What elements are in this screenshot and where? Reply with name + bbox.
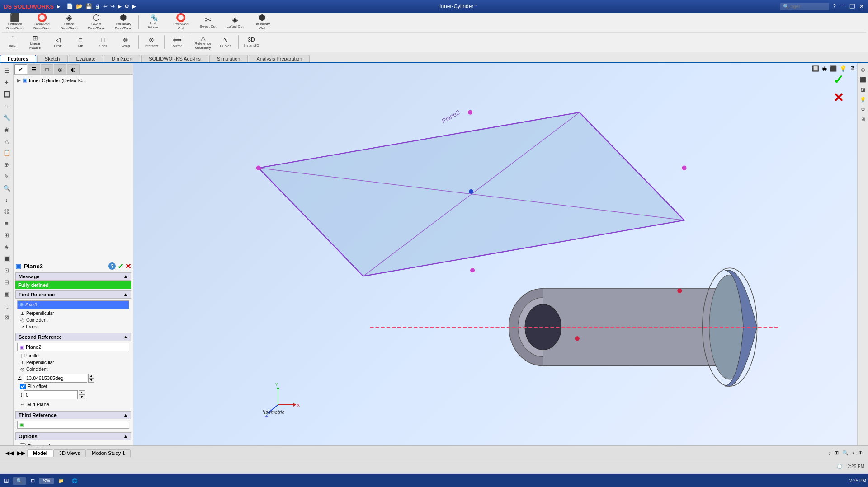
taskbar-chrome[interactable]: 🌐	[68, 478, 81, 484]
titlebar-expand[interactable]: ▶	[132, 3, 136, 9]
tab-motionstudy[interactable]: Motion Study 1	[86, 449, 131, 457]
offset-up-btn[interactable]: ▲	[79, 390, 85, 395]
first-ref-header[interactable]: First Reference ▲	[15, 290, 131, 299]
new-icon[interactable]: 📄	[66, 3, 73, 9]
viewport-checkmark[interactable]: ✓	[833, 72, 844, 87]
left-icon-1[interactable]: ☰	[1, 65, 12, 76]
right-icon-4[interactable]: 💡	[859, 95, 868, 104]
lofted-cut-btn[interactable]: ◈ Lofted Cut	[222, 14, 248, 31]
vp-icon-4[interactable]: 💡	[839, 64, 848, 73]
viewport[interactable]: 🔲 ◉ ⬛ 💡 🖥 Plane2	[133, 63, 857, 445]
bottom-icon-5[interactable]: ⊕	[857, 449, 864, 457]
swept-boss-btn[interactable]: ⬡ SweptBoss/Base	[83, 14, 109, 31]
right-icon-3[interactable]: ◪	[859, 85, 868, 94]
project-btn[interactable]: ↗ Project	[17, 323, 129, 330]
right-icon-1[interactable]: ◎	[859, 65, 868, 74]
tab-features[interactable]: Features	[0, 55, 36, 62]
bottom-icon-1[interactable]: ↕	[827, 450, 833, 457]
shell-btn[interactable]: □ Shell	[92, 33, 114, 51]
tab-sketch[interactable]: Sketch	[37, 55, 68, 62]
minimize-btn[interactable]: —	[840, 3, 846, 10]
boundary-cut-btn[interactable]: ⬢ BoundaryCut	[249, 14, 275, 31]
left-icon-22[interactable]: ⊠	[1, 312, 12, 323]
left-icon-7[interactable]: △	[1, 136, 12, 146]
ok-button[interactable]: ✓	[118, 262, 123, 271]
taskbar-search[interactable]: 🔍	[13, 477, 26, 485]
message-header[interactable]: Message ▲	[15, 272, 131, 281]
left-icon-15[interactable]: ⊞	[1, 229, 12, 240]
perpendicular-btn-1[interactable]: ⊥ Perpendicular	[17, 310, 129, 317]
close-btn[interactable]: ✕	[859, 3, 864, 10]
panel-tab-half[interactable]: ◐	[67, 64, 80, 74]
coincident-btn-1[interactable]: ◎ Coincident	[17, 317, 129, 323]
tab-dimxpert[interactable]: DimXpert	[104, 55, 140, 62]
intersect-btn[interactable]: ⊗ Intersect	[141, 33, 162, 51]
restore-btn[interactable]: ❐	[849, 3, 855, 10]
mirror-btn[interactable]: ⟺ Mirror	[166, 33, 188, 51]
search-input[interactable]	[790, 4, 826, 9]
bottom-icon-3[interactable]: 🔍	[840, 449, 850, 457]
panel-tab-list[interactable]: ☰	[28, 64, 40, 74]
scroll-left-btn[interactable]: ◀◀	[4, 450, 15, 456]
boundary-boss-btn[interactable]: ⬢ BoundaryBoss/Base	[110, 14, 137, 31]
third-ref-input[interactable]: ▣	[17, 421, 129, 429]
help-icon[interactable]: ?	[833, 3, 836, 9]
vp-icon-2[interactable]: ◉	[821, 64, 828, 73]
print-icon[interactable]: 🖨	[95, 3, 100, 9]
instant3d-btn[interactable]: 3D Instant3D	[241, 33, 262, 51]
left-icon-16[interactable]: ◈	[1, 241, 12, 252]
revolved-cut-btn[interactable]: ⭕ RevolvedCut	[168, 14, 194, 31]
left-icon-21[interactable]: ⬚	[1, 300, 12, 311]
right-icon-5[interactable]: ⚙	[859, 105, 868, 114]
left-icon-20[interactable]: ▣	[1, 288, 12, 299]
perpendicular-btn-2[interactable]: ⊥ Perpendicular	[17, 359, 129, 366]
coincident-btn-2[interactable]: ◎ Coincident	[17, 366, 129, 373]
left-icon-19[interactable]: ⊟	[1, 276, 12, 287]
taskbar-explorer[interactable]: 📁	[55, 478, 67, 484]
left-icon-11[interactable]: 🔍	[1, 183, 12, 193]
bottom-icon-4[interactable]: ⌖	[850, 449, 857, 457]
left-icon-18[interactable]: ⊡	[1, 265, 12, 276]
offset-down-btn[interactable]: ▼	[79, 395, 85, 399]
open-icon[interactable]: 📂	[76, 3, 83, 9]
hole-wizard-btn[interactable]: 🔩 HoleWizard	[141, 14, 167, 31]
left-icon-17[interactable]: 🔳	[1, 253, 12, 264]
revolved-boss-btn[interactable]: ⭕ RevolvedBoss/Base	[29, 14, 55, 31]
fillet-btn[interactable]: ⌒ Fillet	[2, 33, 24, 51]
panel-tab-circle[interactable]: ◎	[54, 64, 66, 74]
rib-btn[interactable]: ≡ Rib	[70, 33, 91, 51]
angle-down-btn[interactable]: ▼	[88, 378, 94, 383]
tab-evaluate[interactable]: Evaluate	[69, 55, 104, 62]
right-icon-2[interactable]: ⬛	[859, 75, 868, 84]
angle-up-btn[interactable]: ▲	[88, 374, 94, 378]
viewport-xmark[interactable]: ✕	[833, 90, 844, 105]
scroll-right-btn[interactable]: ▶▶	[15, 450, 27, 456]
lofted-boss-btn[interactable]: ◈ LoftedBoss/Base	[56, 14, 82, 31]
left-icon-13[interactable]: ⌘	[1, 206, 12, 217]
run-icon[interactable]: ▶	[118, 3, 122, 9]
vp-icon-5[interactable]: 🖥	[849, 64, 856, 73]
panel-tab-check[interactable]: ✔	[14, 64, 27, 74]
left-icon-3[interactable]: 🔲	[1, 89, 12, 99]
ref-geometry-btn[interactable]: △ ReferenceGeometry	[192, 33, 214, 51]
taskbar-apps[interactable]: ⊞	[28, 477, 38, 485]
parallel-btn[interactable]: ∥ Parallel	[17, 352, 129, 359]
left-icon-14[interactable]: ≡	[1, 218, 12, 229]
undo-icon[interactable]: ↩	[103, 3, 108, 9]
angle-field[interactable]	[24, 374, 87, 383]
options-icon[interactable]: ⚙	[124, 3, 129, 9]
left-icon-5[interactable]: 🔧	[1, 112, 12, 123]
cancel-button[interactable]: ✕	[125, 262, 131, 271]
swept-cut-btn[interactable]: ✂ Swept Cut	[195, 14, 221, 31]
right-icon-6[interactable]: 🖥	[859, 115, 868, 124]
taskbar-sw[interactable]: SW	[39, 478, 54, 484]
third-ref-header[interactable]: Third Reference ▲	[15, 411, 131, 419]
left-icon-12[interactable]: ↕	[1, 194, 12, 205]
bottom-icon-2[interactable]: ⊞	[833, 449, 840, 457]
left-icon-6[interactable]: ◉	[1, 124, 12, 135]
titlebar-arrow[interactable]: ▶	[57, 4, 60, 9]
linear-pattern-btn[interactable]: ⊞ LinearPattern	[24, 33, 46, 51]
draft-btn[interactable]: ◁ Draft	[47, 33, 69, 51]
curves-btn[interactable]: ∿ Curves	[215, 33, 236, 51]
left-icon-4[interactable]: ⌂	[1, 100, 12, 111]
